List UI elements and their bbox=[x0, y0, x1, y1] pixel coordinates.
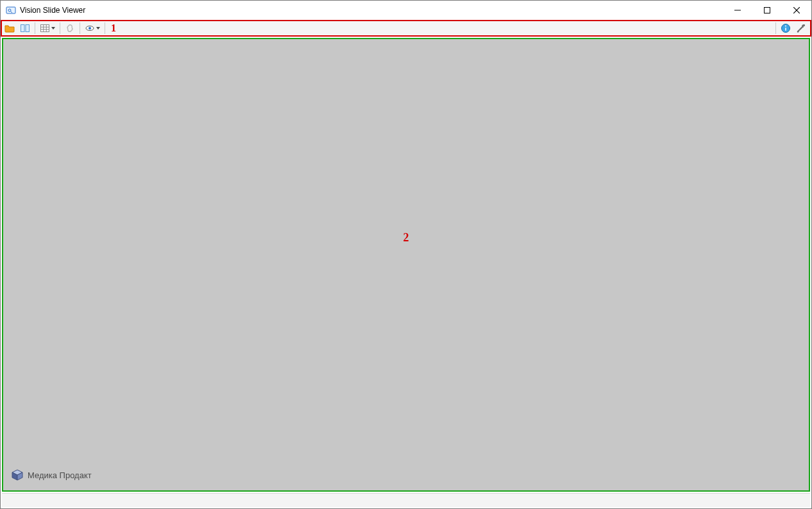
open-button[interactable] bbox=[3, 21, 17, 35]
annotation-toolbar-number: 1 bbox=[111, 22, 116, 34]
compare-panes-icon bbox=[20, 23, 30, 33]
svg-rect-17 bbox=[785, 28, 786, 31]
svg-point-18 bbox=[785, 26, 786, 27]
chevron-down-icon bbox=[96, 27, 100, 30]
compare-button[interactable] bbox=[18, 21, 32, 35]
app-window: Vision Slide Viewer bbox=[0, 0, 812, 509]
svg-rect-4 bbox=[765, 8, 770, 13]
tools-button[interactable] bbox=[794, 21, 808, 35]
app-icon bbox=[6, 5, 16, 15]
watermark: Медика Продакт bbox=[11, 469, 92, 481]
window-title: Vision Slide Viewer bbox=[20, 6, 85, 15]
toolbar-separator bbox=[775, 22, 776, 34]
grid-icon bbox=[40, 23, 50, 33]
toolbar: 1 bbox=[1, 20, 811, 37]
open-folder-icon bbox=[4, 23, 15, 33]
info-icon bbox=[781, 23, 791, 33]
tools-icon bbox=[796, 23, 806, 33]
toolbar-left: 1 bbox=[2, 21, 116, 35]
svg-rect-8 bbox=[26, 25, 30, 32]
toolbar-right bbox=[774, 21, 810, 35]
annotation-viewport-number: 2 bbox=[403, 231, 409, 245]
titlebar: Vision Slide Viewer bbox=[1, 1, 811, 20]
svg-rect-7 bbox=[21, 25, 25, 32]
eye-icon bbox=[85, 23, 95, 33]
grid-dropdown[interactable] bbox=[38, 21, 57, 35]
toolbar-separator bbox=[35, 22, 35, 34]
link-icon bbox=[65, 23, 75, 33]
link-button[interactable] bbox=[63, 21, 77, 35]
maximize-button[interactable] bbox=[752, 1, 782, 20]
view-dropdown[interactable] bbox=[83, 21, 102, 35]
viewport[interactable]: 2 Медика Продакт bbox=[2, 38, 810, 492]
svg-rect-9 bbox=[41, 25, 49, 32]
svg-point-15 bbox=[89, 27, 91, 30]
toolbar-separator bbox=[80, 22, 80, 34]
minimize-button[interactable] bbox=[723, 1, 752, 20]
info-button[interactable] bbox=[779, 21, 793, 35]
toolbar-separator bbox=[60, 22, 60, 34]
toolbar-separator bbox=[105, 22, 105, 34]
watermark-text: Медика Продакт bbox=[28, 470, 92, 480]
close-button[interactable] bbox=[782, 1, 811, 20]
chevron-down-icon bbox=[51, 27, 55, 30]
cube-icon bbox=[11, 469, 24, 481]
statusbar bbox=[2, 493, 810, 507]
